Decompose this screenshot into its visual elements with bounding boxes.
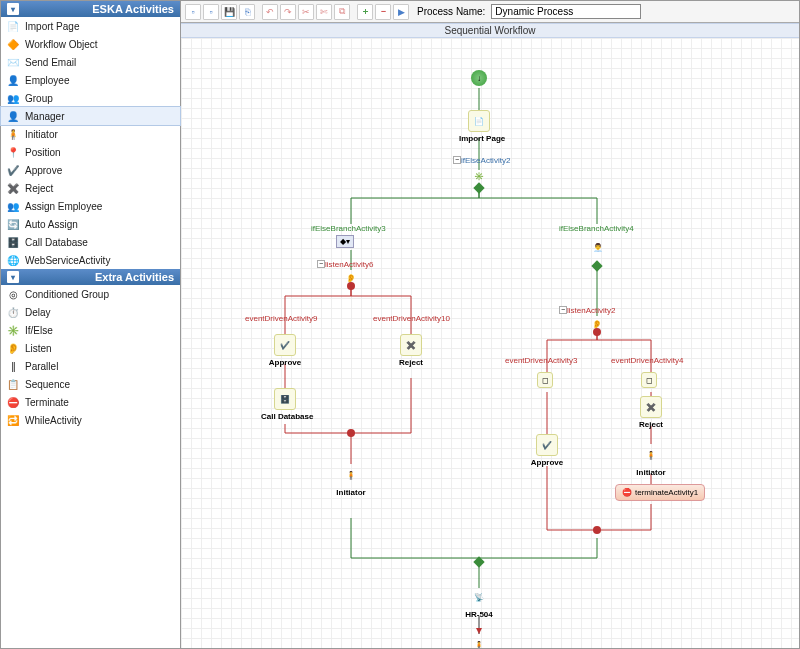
decision-diamond-bottom (473, 556, 484, 567)
item-label: Assign Employee (25, 201, 102, 212)
tb-redo[interactable]: ↷ (280, 4, 296, 20)
import-page-activity[interactable]: 📄Import Page (459, 110, 499, 143)
listen-activity6[interactable]: listenActivity6 (325, 260, 373, 269)
item-icon: ✔️ (5, 163, 21, 177)
item-icon: 🗄️ (5, 235, 21, 249)
item-label: Conditioned Group (25, 289, 109, 300)
branch4-manager-icon: 👨‍💼 (587, 236, 609, 260)
item-label: If/Else (25, 325, 53, 336)
process-name-input[interactable] (491, 4, 641, 19)
tb-new[interactable]: ▫ (185, 4, 201, 20)
item-label: Sequence (25, 379, 70, 390)
item-label: Call Database (25, 237, 88, 248)
item-icon: ✖️ (5, 181, 21, 195)
sidebar-item-delay[interactable]: ⏱️Delay (1, 303, 180, 321)
sidebar-item-send-email[interactable]: ✉️Send Email (1, 53, 180, 71)
sidebar-item-conditioned-group[interactable]: ◎Conditioned Group (1, 285, 180, 303)
tb-save[interactable]: 💾 (221, 4, 237, 20)
reject-activity-right[interactable]: ✖️Reject (635, 396, 667, 429)
panel-toggle-icon[interactable]: ▾ (7, 271, 19, 283)
tb-add[interactable]: ＋ (357, 4, 373, 20)
item-label: Initiator (25, 129, 58, 140)
collapse-listen2[interactable]: − (559, 306, 567, 314)
sidebar-item-webserviceactivity[interactable]: 🌐WebServiceActivity (1, 251, 180, 269)
listen6-join-dot (347, 282, 355, 290)
item-icon: 🔶 (5, 37, 21, 51)
sidebar-item-employee[interactable]: 👤Employee (1, 71, 180, 89)
start-node[interactable]: ↓ (471, 70, 487, 88)
ifelse-branch4[interactable]: ifElseBranchActivity4 (559, 224, 634, 233)
ifelse-activity2[interactable]: ifElseActivity2 (461, 156, 510, 165)
initiator-bottom[interactable]: 🧍Initiator (457, 634, 501, 648)
tb-paste[interactable]: ⧉ (334, 4, 350, 20)
sidebar-item-assign-employee[interactable]: 👥Assign Employee (1, 197, 180, 215)
item-label: Send Email (25, 57, 76, 68)
panel-toggle-icon[interactable]: ▾ (7, 3, 19, 15)
tb-undo[interactable]: ↶ (262, 4, 278, 20)
reject-activity-left[interactable]: ✖️Reject (395, 334, 427, 367)
event-driven-3[interactable]: eventDrivenActivity3 (505, 356, 577, 365)
sidebar-item-if-else[interactable]: ✳️If/Else (1, 321, 180, 339)
item-label: Group (25, 93, 53, 104)
item-icon: 📍 (5, 145, 21, 159)
collapse-ifelse2[interactable]: − (453, 156, 461, 164)
sidebar-item-import-page[interactable]: 📄Import Page (1, 17, 180, 35)
initiator-right[interactable]: 🧍Initiator (631, 444, 671, 477)
panel-header[interactable]: ▾Extra Activities (1, 269, 180, 285)
item-icon: ⏱️ (5, 305, 21, 319)
sidebar-item-parallel[interactable]: ‖Parallel (1, 357, 180, 375)
item-label: Approve (25, 165, 62, 176)
event-driven-4[interactable]: eventDrivenActivity4 (611, 356, 683, 365)
item-label: Reject (25, 183, 53, 194)
call-database-activity[interactable]: 🗄️Call Database (261, 388, 309, 421)
tb-saveall[interactable]: ⎘ (239, 4, 255, 20)
item-label: Import Page (25, 21, 79, 32)
branch3-button[interactable]: ◆▾ (336, 235, 354, 248)
approve-activity-left[interactable]: ✔️Approve (267, 334, 303, 367)
panel-header[interactable]: ▾ESKA Activities (1, 1, 180, 17)
sidebar-item-call-database[interactable]: 🗄️Call Database (1, 233, 180, 251)
tb-cut[interactable]: ✄ (316, 4, 332, 20)
event-driven-9[interactable]: eventDrivenActivity9 (245, 314, 317, 323)
collapse-listen6[interactable]: − (317, 260, 325, 268)
tb-publish[interactable]: ▶ (393, 4, 409, 20)
tb-remove[interactable]: － (375, 4, 391, 20)
item-icon: ✉️ (5, 55, 21, 69)
sidebar-item-sequence[interactable]: 📋Sequence (1, 375, 180, 393)
terminate-activity[interactable]: ⛔terminateActivity1 (615, 484, 705, 501)
item-label: Terminate (25, 397, 69, 408)
sidebar-item-listen[interactable]: 👂Listen (1, 339, 180, 357)
sidebar-item-approve[interactable]: ✔️Approve (1, 161, 180, 179)
item-icon: ◎ (5, 287, 21, 301)
item-icon: 👤 (5, 109, 21, 123)
sidebar-item-reject[interactable]: ✖️Reject (1, 179, 180, 197)
item-label: Auto Assign (25, 219, 78, 230)
item-label: WhileActivity (25, 415, 82, 426)
sidebar-item-workflow-object[interactable]: 🔶Workflow Object (1, 35, 180, 53)
item-icon: 👥 (5, 91, 21, 105)
merge-dot-right (593, 526, 601, 534)
initiator-left[interactable]: 🧍Initiator (331, 464, 371, 497)
sidebar: ▾ESKA Activities📄Import Page🔶Workflow Ob… (1, 1, 181, 648)
tb-open[interactable]: ▫ (203, 4, 219, 20)
item-label: Position (25, 147, 61, 158)
listen-activity2[interactable]: listenActivity2 (567, 306, 615, 315)
listen2-join-dot (593, 328, 601, 336)
process-name-label: Process Name: (417, 6, 485, 17)
hr-504-activity[interactable]: 📡HR-504 (459, 586, 499, 619)
sidebar-item-group[interactable]: 👥Group (1, 89, 180, 107)
ed4-icon: ◻ (641, 372, 657, 390)
merge-dot-left (347, 429, 355, 437)
ifelse-branch3[interactable]: ifElseBranchActivity3 (311, 224, 386, 233)
event-driven-10[interactable]: eventDrivenActivity10 (373, 314, 450, 323)
sidebar-item-terminate[interactable]: ⛔Terminate (1, 393, 180, 411)
sidebar-item-initiator[interactable]: 🧍Initiator (1, 125, 180, 143)
tb-copy[interactable]: ✂ (298, 4, 314, 20)
sidebar-item-whileactivity[interactable]: 🔁WhileActivity (1, 411, 180, 429)
workflow-canvas[interactable]: ↓ 📄Import Page − ifElseActivity2 ✳️ ifEl… (181, 38, 799, 648)
item-label: Workflow Object (25, 39, 98, 50)
approve-activity-right[interactable]: ✔️Approve (529, 434, 565, 467)
sidebar-item-manager[interactable]: 👤Manager (1, 107, 180, 125)
sidebar-item-auto-assign[interactable]: 🔄Auto Assign (1, 215, 180, 233)
sidebar-item-position[interactable]: 📍Position (1, 143, 180, 161)
